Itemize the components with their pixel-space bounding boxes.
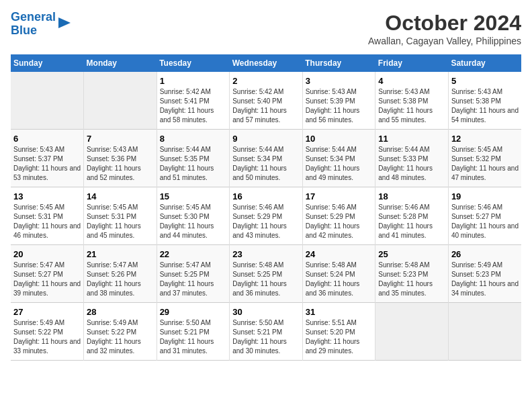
calendar-cell <box>11 72 84 130</box>
calendar-title: October 2024 <box>368 11 521 36</box>
calendar-cell: 19Sunrise: 5:46 AMSunset: 5:27 PMDayligh… <box>448 187 521 245</box>
logo: GeneralBlue <box>11 11 72 38</box>
day-info: Sunrise: 5:48 AMSunset: 5:23 PMDaylight:… <box>378 261 445 298</box>
day-number: 21 <box>87 249 154 259</box>
calendar-cell: 13Sunrise: 5:45 AMSunset: 5:31 PMDayligh… <box>11 187 84 245</box>
day-number: 3 <box>306 76 373 86</box>
calendar-week-row: 13Sunrise: 5:45 AMSunset: 5:31 PMDayligh… <box>11 187 521 245</box>
day-info: Sunrise: 5:46 AMSunset: 5:29 PMDaylight:… <box>306 203 373 240</box>
day-info: Sunrise: 5:42 AMSunset: 5:41 PMDaylight:… <box>160 87 227 125</box>
calendar-cell: 31Sunrise: 5:51 AMSunset: 5:20 PMDayligh… <box>302 303 375 361</box>
calendar-cell: 18Sunrise: 5:46 AMSunset: 5:28 PMDayligh… <box>375 187 449 245</box>
calendar-cell: 6Sunrise: 5:43 AMSunset: 5:37 PMDaylight… <box>11 130 84 187</box>
day-info: Sunrise: 5:45 AMSunset: 5:31 PMDaylight:… <box>87 203 154 240</box>
day-info: Sunrise: 5:43 AMSunset: 5:39 PMDaylight:… <box>306 87 373 125</box>
day-info: Sunrise: 5:45 AMSunset: 5:30 PMDaylight:… <box>160 203 227 240</box>
day-info: Sunrise: 5:47 AMSunset: 5:25 PMDaylight:… <box>160 261 227 298</box>
day-number: 26 <box>451 249 519 259</box>
day-info: Sunrise: 5:45 AMSunset: 5:31 PMDaylight:… <box>13 203 81 240</box>
calendar-cell: 30Sunrise: 5:50 AMSunset: 5:21 PMDayligh… <box>230 303 303 361</box>
day-info: Sunrise: 5:47 AMSunset: 5:26 PMDaylight:… <box>87 261 154 298</box>
day-info: Sunrise: 5:48 AMSunset: 5:24 PMDaylight:… <box>306 261 373 298</box>
title-block: October 2024 Awallan, Cagayan Valley, Ph… <box>368 11 521 46</box>
day-info: Sunrise: 5:43 AMSunset: 5:38 PMDaylight:… <box>378 87 445 125</box>
day-number: 22 <box>160 249 227 259</box>
calendar-cell: 3Sunrise: 5:43 AMSunset: 5:39 PMDaylight… <box>302 72 375 130</box>
header-wednesday: Wednesday <box>230 54 303 72</box>
calendar-cell: 10Sunrise: 5:44 AMSunset: 5:34 PMDayligh… <box>302 130 375 187</box>
day-info: Sunrise: 5:49 AMSunset: 5:23 PMDaylight:… <box>451 261 519 298</box>
day-info: Sunrise: 5:42 AMSunset: 5:40 PMDaylight:… <box>232 87 300 125</box>
calendar-cell: 24Sunrise: 5:48 AMSunset: 5:24 PMDayligh… <box>302 245 375 303</box>
header-sunday: Sunday <box>11 54 84 72</box>
day-number: 17 <box>306 191 373 201</box>
calendar-week-row: 1Sunrise: 5:42 AMSunset: 5:41 PMDaylight… <box>11 72 521 130</box>
header-tuesday: Tuesday <box>157 54 230 72</box>
day-info: Sunrise: 5:47 AMSunset: 5:27 PMDaylight:… <box>13 261 81 298</box>
calendar-cell: 12Sunrise: 5:45 AMSunset: 5:32 PMDayligh… <box>448 130 521 187</box>
calendar-table: SundayMondayTuesdayWednesdayThursdayFrid… <box>11 54 521 361</box>
page-header: GeneralBlue October 2024 Awallan, Cagaya… <box>11 11 521 46</box>
calendar-cell: 1Sunrise: 5:42 AMSunset: 5:41 PMDaylight… <box>157 72 230 130</box>
calendar-week-row: 20Sunrise: 5:47 AMSunset: 5:27 PMDayligh… <box>11 245 521 303</box>
day-info: Sunrise: 5:46 AMSunset: 5:27 PMDaylight:… <box>451 203 519 240</box>
day-info: Sunrise: 5:43 AMSunset: 5:36 PMDaylight:… <box>87 145 154 183</box>
calendar-cell: 20Sunrise: 5:47 AMSunset: 5:27 PMDayligh… <box>11 245 84 303</box>
day-info: Sunrise: 5:46 AMSunset: 5:28 PMDaylight:… <box>378 203 445 240</box>
day-number: 15 <box>160 191 227 201</box>
day-number: 10 <box>306 134 373 144</box>
day-info: Sunrise: 5:44 AMSunset: 5:35 PMDaylight:… <box>160 145 227 183</box>
day-number: 18 <box>378 191 445 201</box>
calendar-header-row: SundayMondayTuesdayWednesdayThursdayFrid… <box>11 54 521 72</box>
header-thursday: Thursday <box>302 54 375 72</box>
calendar-cell: 4Sunrise: 5:43 AMSunset: 5:38 PMDaylight… <box>375 72 449 130</box>
calendar-cell: 15Sunrise: 5:45 AMSunset: 5:30 PMDayligh… <box>157 187 230 245</box>
calendar-cell: 28Sunrise: 5:49 AMSunset: 5:22 PMDayligh… <box>84 303 157 361</box>
calendar-cell: 26Sunrise: 5:49 AMSunset: 5:23 PMDayligh… <box>448 245 521 303</box>
day-number: 20 <box>13 249 81 259</box>
svg-marker-0 <box>58 17 71 28</box>
day-number: 25 <box>378 249 445 259</box>
day-info: Sunrise: 5:46 AMSunset: 5:29 PMDaylight:… <box>232 203 300 240</box>
logo-icon <box>58 16 72 30</box>
header-saturday: Saturday <box>448 54 521 72</box>
calendar-week-row: 27Sunrise: 5:49 AMSunset: 5:22 PMDayligh… <box>11 303 521 361</box>
day-number: 2 <box>232 76 300 86</box>
logo-text-block: GeneralBlue <box>11 11 72 38</box>
header-monday: Monday <box>84 54 157 72</box>
calendar-cell <box>448 303 521 361</box>
day-number: 19 <box>451 191 519 201</box>
calendar-cell: 22Sunrise: 5:47 AMSunset: 5:25 PMDayligh… <box>157 245 230 303</box>
calendar-cell: 16Sunrise: 5:46 AMSunset: 5:29 PMDayligh… <box>230 187 303 245</box>
day-number: 6 <box>13 134 81 144</box>
day-info: Sunrise: 5:51 AMSunset: 5:20 PMDaylight:… <box>306 318 373 356</box>
day-number: 7 <box>87 134 154 144</box>
calendar-cell: 7Sunrise: 5:43 AMSunset: 5:36 PMDaylight… <box>84 130 157 187</box>
day-number: 29 <box>160 307 227 317</box>
day-number: 24 <box>306 249 373 259</box>
calendar-cell <box>375 303 449 361</box>
day-number: 8 <box>160 134 227 144</box>
day-number: 12 <box>451 134 519 144</box>
calendar-cell: 14Sunrise: 5:45 AMSunset: 5:31 PMDayligh… <box>84 187 157 245</box>
day-info: Sunrise: 5:50 AMSunset: 5:21 PMDaylight:… <box>160 318 227 356</box>
day-number: 27 <box>13 307 81 317</box>
day-number: 28 <box>87 307 154 317</box>
day-number: 31 <box>306 307 373 317</box>
day-info: Sunrise: 5:43 AMSunset: 5:38 PMDaylight:… <box>451 87 519 125</box>
day-number: 13 <box>13 191 81 201</box>
calendar-cell: 23Sunrise: 5:48 AMSunset: 5:25 PMDayligh… <box>230 245 303 303</box>
day-number: 11 <box>378 134 445 144</box>
day-number: 4 <box>378 76 445 86</box>
day-number: 9 <box>232 134 300 144</box>
day-info: Sunrise: 5:49 AMSunset: 5:22 PMDaylight:… <box>13 318 81 356</box>
day-info: Sunrise: 5:48 AMSunset: 5:25 PMDaylight:… <box>232 261 300 298</box>
calendar-cell: 25Sunrise: 5:48 AMSunset: 5:23 PMDayligh… <box>375 245 449 303</box>
calendar-week-row: 6Sunrise: 5:43 AMSunset: 5:37 PMDaylight… <box>11 130 521 187</box>
day-info: Sunrise: 5:45 AMSunset: 5:32 PMDaylight:… <box>451 145 519 183</box>
calendar-cell: 2Sunrise: 5:42 AMSunset: 5:40 PMDaylight… <box>230 72 303 130</box>
calendar-cell: 17Sunrise: 5:46 AMSunset: 5:29 PMDayligh… <box>302 187 375 245</box>
calendar-cell: 11Sunrise: 5:44 AMSunset: 5:33 PMDayligh… <box>375 130 449 187</box>
calendar-cell: 27Sunrise: 5:49 AMSunset: 5:22 PMDayligh… <box>11 303 84 361</box>
day-number: 1 <box>160 76 227 86</box>
